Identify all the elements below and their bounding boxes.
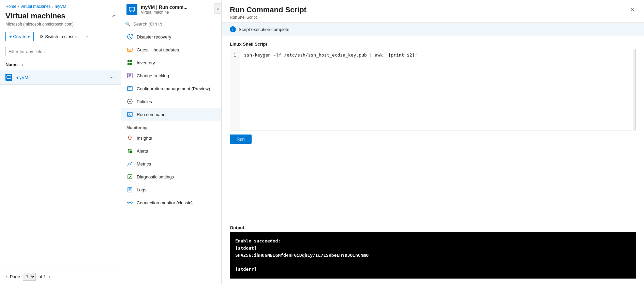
monitoring-section-title: Monitoring xyxy=(121,121,221,131)
disaster-recovery-label: Disaster recovery xyxy=(137,34,171,40)
breadcrumb-current[interactable]: myVM xyxy=(55,4,66,9)
alerts-label: Alerts xyxy=(137,148,148,154)
right-header: Run Command Script RunShellScript × xyxy=(222,0,644,23)
more-options-button[interactable]: ··· xyxy=(84,32,91,41)
vm-name[interactable]: myVM xyxy=(16,75,105,80)
vm-header: myVM | Run comm... Virtual machine xyxy=(121,0,221,18)
switch-classic-button[interactable]: ⟳ Switch to classic xyxy=(36,32,81,41)
toolbar: + Create ▾ ⟳ Switch to classic ··· xyxy=(0,29,121,44)
output-label: Output xyxy=(230,225,636,230)
next-page-button[interactable]: › xyxy=(49,274,50,280)
search-input[interactable] xyxy=(133,21,217,27)
right-title: Run Command Script xyxy=(230,5,306,14)
menu-item-insights[interactable]: Insights xyxy=(121,131,221,144)
menu-item-inventory[interactable]: Inventory xyxy=(121,56,221,69)
output-line-3: SHA256:ihHuGNBIGMfd4HFGiDqhLy/IL7LSKbeEH… xyxy=(235,252,630,259)
menu-item-metrics[interactable]: Metrics xyxy=(121,157,221,170)
connection-monitor-label: Connection monitor (classic) xyxy=(137,200,193,205)
svg-rect-17 xyxy=(128,86,132,91)
inventory-icon xyxy=(126,59,133,66)
page-title-container: Virtual machines « xyxy=(0,10,121,22)
menu-item-disaster-recovery[interactable]: Disaster recovery xyxy=(121,30,221,43)
config-mgmt-label: Configuration management (Preview) xyxy=(137,86,210,91)
menu-item-policies[interactable]: Policies xyxy=(121,95,221,108)
menu-item-change-tracking[interactable]: Change tracking xyxy=(121,69,221,82)
logs-icon xyxy=(126,186,133,193)
line-number-1: 1 xyxy=(234,52,236,59)
metrics-icon xyxy=(126,160,133,167)
search-icon: 🔍 xyxy=(125,21,131,27)
middle-panel: myVM | Run comm... Virtual machine 🔍 « D… xyxy=(121,0,222,284)
output-line-4 xyxy=(235,259,630,266)
output-section: Output Enable succeeded: [stdout] SHA256… xyxy=(222,225,644,284)
filter-input[interactable] xyxy=(5,47,115,56)
vm-header-text: myVM | Run comm... Virtual machine xyxy=(141,4,188,15)
page-total: of 1 xyxy=(39,274,46,279)
breadcrumb-home[interactable]: Home xyxy=(5,4,16,9)
sort-icon[interactable]: ↑↓ xyxy=(19,62,23,67)
menu-item-config-mgmt[interactable]: Configuration management (Preview) xyxy=(121,82,221,95)
vm-more-button[interactable]: ··· xyxy=(108,73,115,82)
diagnostic-settings-label: Diagnostic settings xyxy=(137,174,174,179)
run-button[interactable]: Run xyxy=(230,135,252,144)
right-panel: Run Command Script RunShellScript × i Sc… xyxy=(222,0,644,284)
scrollbar[interactable] xyxy=(633,49,635,130)
left-panel: Home › Virtual machines › myVM Virtual m… xyxy=(0,0,121,284)
menu-item-logs[interactable]: Logs xyxy=(121,183,221,196)
switch-label: Switch to classic xyxy=(45,34,77,39)
menu-item-diagnostic-settings[interactable]: Diagnostic settings xyxy=(121,170,221,183)
right-header-text: Run Command Script RunShellScript xyxy=(230,5,306,20)
close-button[interactable]: × xyxy=(629,5,636,13)
logs-label: Logs xyxy=(137,187,146,192)
breadcrumb-sep1: › xyxy=(18,4,19,9)
breadcrumb-sep2: › xyxy=(52,4,54,9)
script-label: Linux Shell Script xyxy=(230,42,636,47)
vm-header-icon xyxy=(126,4,137,15)
breadcrumb: Home › Virtual machines › myVM xyxy=(0,0,121,10)
guest-updates-label: Guest + host updates xyxy=(137,47,179,52)
page-select[interactable]: 1 xyxy=(23,273,36,281)
svg-point-36 xyxy=(131,202,132,203)
page-title: Virtual machines xyxy=(5,12,65,20)
alerts-icon xyxy=(126,147,133,154)
insights-icon xyxy=(126,135,133,141)
right-subtitle: RunShellScript xyxy=(230,15,306,20)
change-tracking-icon xyxy=(126,72,133,79)
menu-item-run-command[interactable]: Run command xyxy=(121,108,221,121)
menu-item-alerts[interactable]: Alerts xyxy=(121,144,221,157)
breadcrumb-vms[interactable]: Virtual machines xyxy=(20,4,51,9)
diagnostic-settings-icon xyxy=(126,173,133,180)
operations-menu: Disaster recovery Guest + host updates xyxy=(121,30,221,121)
line-numbers: 1 xyxy=(230,49,240,130)
change-tracking-label: Change tracking xyxy=(137,73,169,78)
svg-rect-28 xyxy=(128,151,130,153)
policies-icon xyxy=(126,98,133,105)
inventory-label: Inventory xyxy=(137,60,155,65)
metrics-label: Metrics xyxy=(137,161,151,167)
svg-rect-26 xyxy=(128,149,130,151)
collapse-left-button[interactable]: « xyxy=(112,13,115,19)
name-column-header: Name ↑↓ xyxy=(5,62,23,67)
menu-item-guest-updates[interactable]: Guest + host updates xyxy=(121,43,221,56)
svg-rect-4 xyxy=(129,7,135,11)
notification-text: Script execution complete xyxy=(239,27,289,32)
script-area: Linux Shell Script 1 ssh-keygen -lf /etc… xyxy=(222,36,644,225)
collapse-middle-button[interactable]: « xyxy=(214,3,221,14)
policies-label: Policies xyxy=(137,99,152,104)
prev-page-button[interactable]: ‹ xyxy=(5,274,7,280)
page-label: Page xyxy=(10,274,20,279)
page-subtitle: Microsoft (microsoft.onmicrosoft.com) xyxy=(0,22,121,29)
output-line-1: Enable succeeded: xyxy=(235,238,630,245)
svg-point-35 xyxy=(128,202,129,203)
notification-bar: i Script execution complete xyxy=(222,23,644,36)
svg-rect-10 xyxy=(130,60,132,62)
svg-rect-12 xyxy=(130,63,132,65)
create-label: + Create xyxy=(9,34,26,39)
menu-item-connection-monitor[interactable]: Connection monitor (classic) xyxy=(121,196,221,209)
search-bar: 🔍 « xyxy=(121,18,221,30)
code-content[interactable]: ssh-keygen -lf /etc/ssh/ssh_host_ecdsa_k… xyxy=(240,49,635,130)
vm-list-row[interactable]: myVM ··· xyxy=(0,70,121,85)
filter-bar xyxy=(0,44,121,59)
svg-rect-27 xyxy=(130,149,132,151)
create-button[interactable]: + Create ▾ xyxy=(5,32,34,41)
